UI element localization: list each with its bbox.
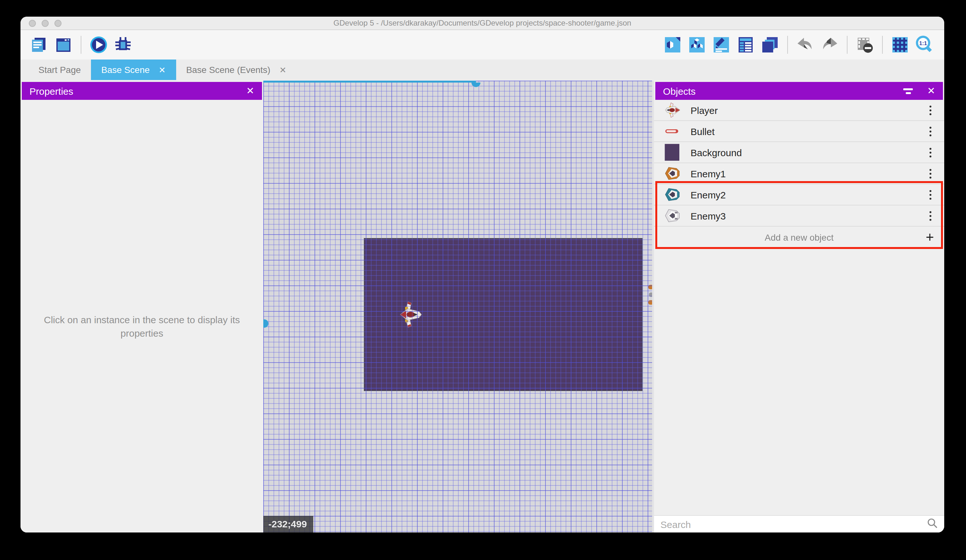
selection-handle-top[interactable] [472,83,480,87]
object-menu-icon[interactable] [927,145,934,160]
toolbar-left [27,35,135,54]
properties-panel: Properties ✕ Click on an instance in the… [20,81,263,532]
object-groups-icon[interactable] [687,35,706,54]
object-row-enemy1[interactable]: Enemy1 [654,163,944,184]
close-panel-icon[interactable]: ✕ [927,85,935,97]
search-input[interactable] [654,516,927,532]
toolbar-divider [787,36,788,54]
instances-list-icon[interactable] [736,35,755,54]
toolbar: 1:1 [20,30,944,59]
tab-bar: Start Page Base Scene ✕ Base Scene (Even… [20,59,944,80]
toolbar-divider [882,36,883,54]
add-object-plus-icon[interactable]: + [926,231,934,244]
object-row-player[interactable]: Player [654,100,944,121]
object-name: Bullet [690,126,715,137]
edit-scene-properties-icon[interactable] [712,35,731,54]
toolbar-divider [847,36,848,54]
enemy3-object-icon [663,207,682,224]
objects-search-bar [654,515,944,532]
tab-base-scene[interactable]: Base Scene ✕ [91,59,176,80]
svg-text:1:1: 1:1 [919,40,927,46]
properties-panel-header: Properties ✕ [22,82,262,100]
object-name: Background [690,147,742,158]
toolbar-right: 1:1 [660,30,936,59]
properties-panel-title: Properties [30,85,73,96]
redo-icon[interactable] [820,35,839,54]
desktop: GDevelop 5 - /Users/dkarakay/Documents/G… [0,0,966,560]
object-row-bullet[interactable]: Bullet [654,121,944,142]
player-object-icon [663,101,682,119]
tab-start-page[interactable]: Start Page [28,59,91,80]
tab-label: Start Page [38,65,81,75]
object-name: Player [690,105,718,116]
object-menu-icon[interactable] [927,166,934,181]
toggle-mask-icon[interactable] [855,35,874,54]
object-row-background[interactable]: Background [654,142,944,163]
selection-edge [263,81,476,83]
scene-canvas[interactable]: -232;499 [263,81,652,532]
selection-handle-left[interactable] [263,319,268,327]
tab-base-scene-events[interactable]: Base Scene (Events) ✕ [176,59,297,80]
object-name: Enemy2 [690,189,726,200]
zoom-original-icon[interactable]: 1:1 [915,35,934,54]
minimize-window-button[interactable] [42,20,49,27]
close-tab-icon[interactable]: ✕ [159,65,166,75]
object-name: Enemy3 [690,210,726,221]
main-area: Properties ✕ Click on an instance in the… [20,81,944,532]
player-instance[interactable] [400,301,424,328]
objects-list: Player Bullet Backgrou [654,100,944,248]
titlebar: GDevelop 5 - /Users/dkarakay/Documents/G… [20,16,944,30]
toolbar-divider [81,36,81,54]
close-panel-icon[interactable]: ✕ [246,85,254,97]
maximize-window-button[interactable] [54,20,61,27]
enemy1-object-icon [663,164,682,182]
enemy-instance-partial[interactable] [648,300,652,305]
layers-icon[interactable] [761,35,780,54]
add-object-label: Add a new object [765,233,834,242]
grid-icon[interactable] [890,35,910,54]
object-menu-icon[interactable] [927,103,934,118]
enemy-instance-partial[interactable] [648,285,652,289]
play-icon[interactable] [89,35,108,54]
filter-icon[interactable] [904,88,913,94]
cursor-coordinates-badge: -232;499 [263,516,313,532]
window-title: GDevelop 5 - /Users/dkarakay/Documents/G… [20,16,944,30]
debug-icon[interactable] [113,35,133,54]
export-object-icon[interactable] [663,35,682,54]
object-name: Enemy1 [690,168,726,179]
enemy2-object-icon [663,186,682,203]
app-window: GDevelop 5 - /Users/dkarakay/Documents/G… [20,16,944,532]
search-icon [927,517,938,531]
background-object-icon [663,143,682,161]
objects-panel-title: Objects [663,85,696,96]
object-menu-icon[interactable] [927,208,934,223]
enemy-instance-partial[interactable] [649,293,652,297]
add-object-row[interactable]: Add a new object + [654,226,944,248]
project-manager-icon[interactable] [30,35,49,54]
object-menu-icon[interactable] [927,187,934,202]
object-menu-icon[interactable] [927,124,934,139]
close-window-button[interactable] [29,20,36,27]
tab-label: Base Scene (Events) [186,65,270,75]
tab-label: Base Scene [101,65,150,75]
properties-empty-message: Click on an instance in the scene to dis… [36,313,248,340]
close-tab-icon[interactable]: ✕ [279,65,286,75]
new-scene-icon[interactable] [54,35,73,54]
bullet-object-icon [663,122,682,140]
undo-icon[interactable] [795,35,815,54]
object-row-enemy3[interactable]: Enemy3 [654,205,944,226]
object-row-enemy2[interactable]: Enemy2 [654,184,944,205]
objects-panel-header: Objects ✕ [656,82,943,100]
objects-panel: Objects ✕ Player [652,81,944,532]
